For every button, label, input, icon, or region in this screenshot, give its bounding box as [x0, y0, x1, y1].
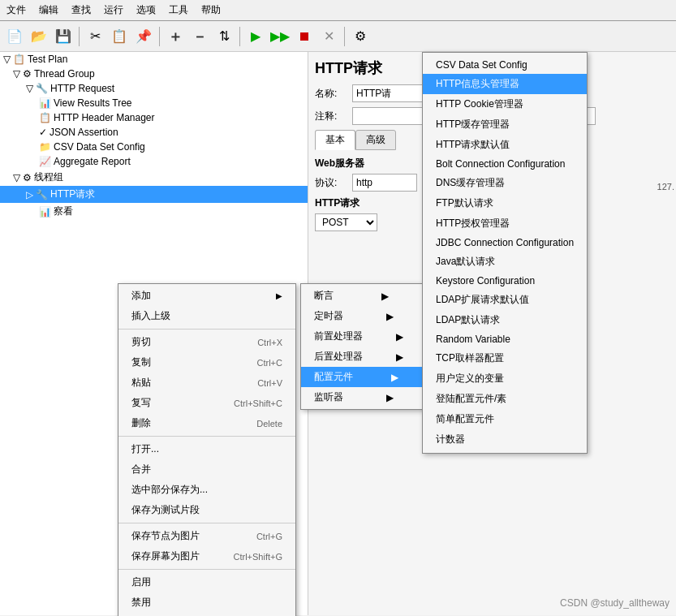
ctx-disable[interactable]: 禁用 [118, 592, 295, 613]
add-button[interactable]: ＋ [164, 25, 187, 48]
ctx-enable-label: 启用 [131, 575, 151, 589]
ctx-save-snippet[interactable]: 保存为测试片段 [118, 500, 295, 520]
ctx-merge[interactable]: 合并 [118, 459, 295, 480]
save-button[interactable]: 💾 [52, 25, 75, 48]
ctx-screenimg-label: 保存屏幕为图片 [131, 549, 200, 563]
config-login[interactable]: 登陆配置元件/素 [423, 389, 587, 409]
menu-tools[interactable]: 工具 [166, 2, 192, 19]
separator-2 [159, 27, 160, 46]
config-csv[interactable]: CSV Data Set Config [423, 56, 587, 74]
config-user-variables[interactable]: 用户定义的变量 [423, 368, 587, 389]
config-http-cache[interactable]: HTTP缓存管理器 [423, 114, 587, 135]
cut-button[interactable]: ✂ [84, 25, 106, 48]
ctx-add-label: 添加 [131, 289, 151, 303]
ctx-merge-label: 合并 [131, 463, 151, 476]
ctx-enable[interactable]: 启用 [118, 572, 295, 592]
arrow-icon: ▶ [386, 392, 394, 403]
remove-button[interactable]: － [188, 25, 211, 48]
open-button[interactable]: 📂 [28, 25, 50, 48]
run-all-button[interactable]: ▶▶ [269, 25, 291, 48]
menu-file[interactable]: 文件 [3, 2, 29, 19]
method-select[interactable]: POST GET PUT DELETE [315, 213, 377, 231]
config-label: 计数器 [436, 433, 465, 446]
config-counter[interactable]: 计数器 [423, 429, 587, 450]
menu-run[interactable]: 运行 [101, 2, 127, 19]
ctx-paste[interactable]: 粘贴 Ctrl+V [118, 373, 295, 393]
http-icon2: 🔧 [36, 189, 48, 200]
ctx-cut[interactable]: 剪切 Ctrl+X [118, 332, 295, 352]
config-jdbc[interactable]: JDBC Connection Configuration [423, 234, 587, 252]
stop-button[interactable]: ⏹ [293, 25, 316, 48]
arrow-icon: ▶ [381, 291, 389, 302]
config-keystore[interactable]: Keystore Configuration [423, 272, 587, 290]
config-label: Bolt Connection Configuration [436, 158, 565, 170]
menu-edit[interactable]: 编辑 [36, 2, 62, 19]
tree-item-csv-config[interactable]: 📁 CSV Data Set Config [0, 140, 308, 154]
ctx-save-node-img[interactable]: 保存节点为图片 Ctrl+G [118, 526, 295, 546]
ctx-insert-label: 插入上级 [131, 309, 170, 323]
run-button[interactable]: ▶ [244, 25, 267, 48]
config-bolt[interactable]: Bolt Connection Configuration [423, 155, 587, 173]
tree-label: Test Plan [28, 54, 67, 65]
ctx-save-screen-img[interactable]: 保存屏幕为图片 Ctrl+Shift+G [118, 546, 295, 566]
ctx-sep-4 [118, 569, 295, 570]
separator-1 [79, 27, 80, 46]
ctx-screenimg-shortcut: Ctrl+Shift+G [233, 552, 282, 562]
ctx-delete[interactable]: 删除 Delete [118, 413, 295, 433]
tree-item-json-assertion[interactable]: ✓ JSON Assertion [0, 125, 308, 140]
tree-item-header-manager[interactable]: 📋 HTTP Header Manager [0, 110, 308, 125]
ctx-copy[interactable]: 复制 Ctrl+C [118, 352, 295, 373]
menu-find[interactable]: 查找 [68, 2, 94, 19]
expand-icon: ▷ [26, 189, 33, 200]
config-ftp[interactable]: FTP默认请求 [423, 193, 587, 213]
copy-button[interactable]: 📋 [108, 25, 131, 48]
config-label: 简单配置元件 [436, 412, 494, 426]
tree-item-http-request[interactable]: ▽ 🔧 HTTP Request [0, 81, 308, 96]
tab-basic[interactable]: 基本 [315, 130, 355, 150]
tree-item-testplan[interactable]: ▽ 📋 Test Plan [0, 52, 308, 67]
settings-button[interactable]: ⚙ [349, 25, 372, 48]
expand-icon: ▽ [3, 54, 11, 65]
ctx-duplicate[interactable]: 复写 Ctrl+Shift+C [118, 393, 295, 413]
config-label: LDAP扩展请求默认值 [436, 293, 529, 307]
config-tcp[interactable]: TCP取样器配置 [423, 348, 587, 368]
tree-item-view-results2[interactable]: 📊 察看 [0, 203, 308, 220]
config-java-default[interactable]: Java默认请求 [423, 252, 587, 272]
config-dns[interactable]: DNS缓存管理器 [423, 173, 587, 193]
move-button[interactable]: ⇅ [213, 25, 235, 48]
ctx-open[interactable]: 打开... [118, 439, 295, 459]
ctx-sep-3 [118, 523, 295, 523]
tree-item-aggregate-report[interactable]: 📈 Aggregate Report [0, 154, 308, 169]
arrow-icon: ▶ [396, 331, 403, 342]
paste-button[interactable]: 📌 [132, 25, 155, 48]
tree-item-results-tree[interactable]: 📊 View Results Tree [0, 96, 308, 110]
protocol-input[interactable] [352, 174, 417, 192]
ctx-add[interactable]: 添加 [118, 286, 295, 306]
ctx-insert-parent[interactable]: 插入上级 [118, 306, 295, 326]
menu-options[interactable]: 选项 [133, 2, 159, 19]
config-label: HTTP信息头管理器 [436, 77, 519, 91]
config-http-header[interactable]: HTTP信息头管理器 [423, 74, 587, 94]
config-http-auth[interactable]: HTTP授权管理器 [423, 213, 587, 234]
tab-advanced[interactable]: 高级 [355, 130, 396, 150]
config-ldap-ext[interactable]: LDAP扩展请求默认值 [423, 290, 587, 310]
config-simple[interactable]: 简单配置元件 [423, 409, 587, 429]
config-http-defaults[interactable]: HTTP请求默认值 [423, 135, 587, 155]
main-area: ▽ 📋 Test Plan ▽ ⚙ Thread Group ▽ 🔧 HTTP … [0, 52, 676, 615]
new-button[interactable]: 📄 [3, 25, 26, 48]
config-http-cookie[interactable]: HTTP Cookie管理器 [423, 94, 587, 114]
ctx-toggle[interactable]: 切换 Ctrl+T [118, 613, 295, 616]
expand-icon: ▽ [13, 172, 20, 183]
config-random-variable[interactable]: Random Variable [423, 330, 587, 348]
stop-all-button[interactable]: ✕ [317, 25, 340, 48]
menu-help[interactable]: 帮助 [198, 2, 224, 19]
config-label: 用户定义的变量 [436, 372, 504, 386]
ctx-dup-shortcut: Ctrl+Shift+C [234, 398, 282, 408]
tree-item-threadgroup2[interactable]: ▽ ⚙ 线程组 [0, 169, 308, 186]
tree-item-threadgroup[interactable]: ▽ ⚙ Thread Group [0, 67, 308, 81]
toolbar: 📄 📂 💾 ✂ 📋 📌 ＋ － ⇅ ▶ ▶▶ ⏹ ✕ ⚙ [0, 21, 676, 52]
tree-item-http-request2[interactable]: ▷ 🔧 HTTP请求 [0, 186, 308, 203]
config-ldap-default[interactable]: LDAP默认请求 [423, 310, 587, 330]
tree-label: JSON Assertion [50, 127, 118, 138]
ctx-save-part[interactable]: 选中部分保存为... [118, 480, 295, 500]
